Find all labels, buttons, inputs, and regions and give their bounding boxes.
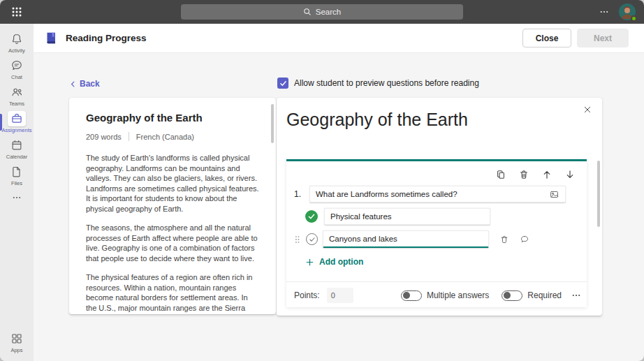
header-buttons: Close Next — [522, 29, 629, 47]
move-up-icon[interactable] — [541, 169, 552, 180]
answer-option-text: Canyons and lakes — [329, 235, 397, 243]
sidebar-more-icon[interactable] — [0, 189, 34, 207]
more-options-icon[interactable] — [571, 290, 581, 300]
bell-icon — [8, 31, 26, 47]
divider — [286, 281, 587, 282]
calendar-icon — [8, 138, 26, 153]
required-label: Required — [527, 290, 562, 300]
chevron-left-icon — [69, 80, 77, 88]
insert-media-icon[interactable] — [549, 189, 559, 200]
waffle-menu-icon[interactable] — [11, 6, 22, 17]
presence-dot — [631, 15, 637, 22]
passage-meta: 209 words French (Canada) — [86, 132, 259, 141]
sidebar-label: Apps — [10, 348, 22, 353]
copy-icon[interactable] — [495, 169, 506, 180]
mark-correct-icon[interactable] — [306, 233, 318, 245]
question-block: 1. What are Landforms sometimes called? — [286, 159, 587, 307]
close-button[interactable]: Close — [522, 29, 571, 47]
next-button[interactable]: Next — [577, 29, 629, 47]
chat-icon — [8, 58, 26, 73]
answer-option-row: Canyons and lakes — [293, 230, 529, 248]
preview-checkbox[interactable] — [277, 78, 288, 89]
search-icon — [303, 8, 312, 16]
sidebar-label: Chat — [11, 75, 22, 80]
reading-progress-book-icon — [43, 31, 59, 46]
word-count: 209 words — [86, 133, 122, 141]
question-footer: Points: 0 Multiple answers Required — [294, 283, 581, 307]
teams-window: Search — [0, 0, 644, 361]
sidebar-item-teams[interactable]: Teams — [0, 82, 34, 109]
app-header: Reading Progress Close Next — [34, 24, 644, 53]
delete-option-icon[interactable] — [499, 235, 509, 244]
scrollbar-thumb[interactable] — [597, 161, 600, 227]
quiz-title: Geography of the Earth — [286, 110, 468, 130]
avatar[interactable] — [619, 3, 636, 20]
back-label: Back — [80, 79, 100, 89]
question-toolbar — [286, 169, 576, 180]
scrollbar-thumb[interactable] — [271, 104, 274, 143]
page-title: Reading Progress — [66, 33, 147, 43]
meta-divider — [129, 132, 129, 141]
question-row: 1. What are Landforms sometimes called? — [294, 186, 566, 202]
passage-paragraph: The seasons, the atmosphere and all the … — [86, 223, 259, 263]
question-number: 1. — [294, 189, 304, 199]
sidebar-item-files[interactable]: Files — [0, 162, 34, 189]
delete-icon[interactable] — [518, 169, 529, 180]
preview-checkbox-label: Allow student to preview questions befor… — [294, 78, 479, 88]
drag-handle-icon[interactable] — [293, 234, 301, 245]
briefcase-icon — [8, 111, 26, 126]
sidebar: Activity Chat Teams — [0, 24, 34, 361]
answer-option-input[interactable]: Canyons and lakes — [323, 230, 489, 248]
points-input[interactable]: 0 — [327, 288, 353, 303]
points-label: Points: — [294, 290, 320, 300]
answer-option-input[interactable]: Physical features — [324, 208, 490, 225]
add-option-label: Add option — [319, 257, 363, 267]
comment-icon[interactable] — [520, 235, 529, 244]
top-bar: Search — [0, 0, 644, 24]
plus-icon — [305, 258, 314, 267]
correct-answer-icon[interactable] — [305, 210, 318, 223]
sidebar-label: Assignments — [2, 128, 32, 133]
file-icon — [8, 164, 26, 179]
topbar-more-icon[interactable] — [599, 7, 609, 17]
passage-paragraph: The physical features of a region are of… — [86, 272, 259, 314]
sidebar-label: Calendar — [6, 154, 27, 160]
back-link[interactable]: Back — [69, 79, 100, 89]
sidebar-label: Files — [11, 181, 22, 186]
search-input[interactable]: Search — [181, 4, 463, 20]
close-icon[interactable] — [580, 103, 594, 117]
passage-paragraph: The study of Earth's landforms is called… — [86, 153, 259, 214]
required-toggle[interactable] — [502, 290, 522, 301]
topbar-right — [599, 0, 636, 24]
add-option-button[interactable]: Add option — [305, 257, 363, 267]
sidebar-label: Teams — [9, 101, 24, 107]
question-text: What are Landforms sometimes called? — [316, 190, 458, 198]
search-placeholder: Search — [316, 8, 341, 16]
sidebar-item-chat[interactable]: Chat — [0, 56, 34, 82]
question-text-input[interactable]: What are Landforms sometimes called? — [309, 186, 566, 202]
passage-title: Geography of the Earth — [86, 112, 259, 124]
sidebar-item-assignments[interactable]: Assignments — [0, 109, 34, 135]
sidebar-item-calendar[interactable]: Calendar — [0, 135, 34, 162]
language: French (Canada) — [136, 133, 194, 141]
multiple-answers-toggle[interactable] — [401, 290, 422, 301]
sidebar-item-apps[interactable]: Apps — [0, 329, 34, 355]
preview-checkbox-row[interactable]: Allow student to preview questions befor… — [277, 78, 479, 89]
apps-icon — [8, 331, 26, 346]
passage-body: The study of Earth's landforms is called… — [86, 153, 259, 314]
move-down-icon[interactable] — [564, 169, 576, 180]
sidebar-item-activity[interactable]: Activity — [0, 29, 34, 56]
answer-option-row: Physical features — [305, 208, 490, 225]
question-editor-card: Geography of the Earth — [277, 98, 602, 316]
multiple-answers-label: Multiple answers — [427, 290, 489, 300]
sidebar-label: Activity — [8, 48, 25, 54]
passage-card: Geography of the Earth 209 words French … — [69, 98, 276, 314]
people-icon — [8, 84, 26, 100]
answer-option-text: Physical features — [330, 212, 392, 221]
